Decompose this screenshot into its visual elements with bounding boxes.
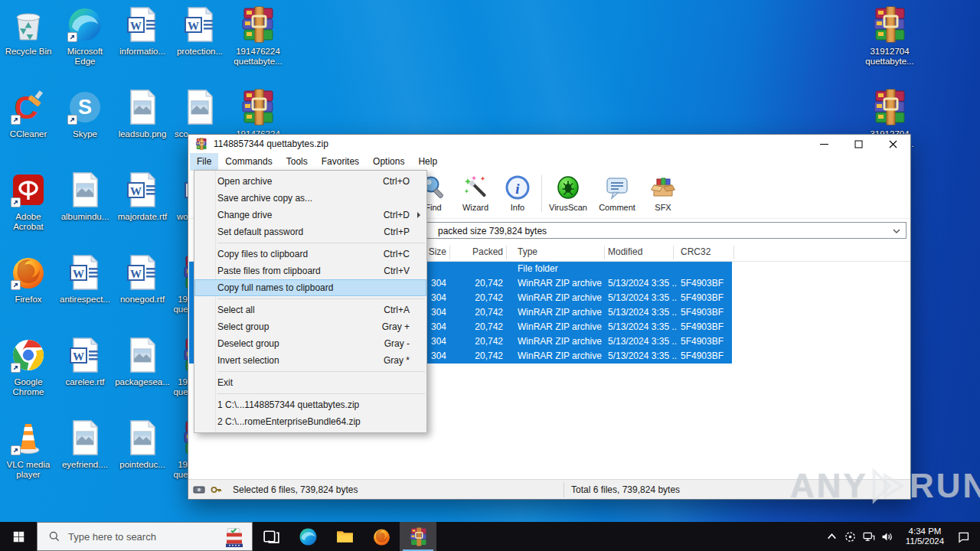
desktop-icon[interactable]: sco xyxy=(169,89,230,139)
cell-type: WinRAR ZIP archive xyxy=(518,350,602,361)
toolbar-comment-button[interactable]: Comment xyxy=(594,174,640,212)
toolbar-wizard-button[interactable]: Wizard xyxy=(452,174,498,212)
shortcut-arrow-icon xyxy=(11,363,21,373)
rar-icon xyxy=(240,6,276,43)
menu-item[interactable]: Paste files from clipboardCtrl+V xyxy=(194,262,426,279)
desktop-icon[interactable]: eyefriend.... xyxy=(54,419,116,470)
column-header-packed[interactable]: Packed xyxy=(452,246,503,257)
desktop-icon[interactable]: Firefox xyxy=(0,254,59,305)
menu-tools[interactable]: Tools xyxy=(279,153,315,171)
desktop-icon[interactable]: leadsub.png xyxy=(112,89,173,139)
menu-item[interactable]: 2 C:\...romeEnterpriseBundle64.zip xyxy=(194,413,426,430)
desktop-icon[interactable]: Recycle Bin xyxy=(0,6,59,57)
column-header-crc32[interactable]: CRC32 xyxy=(681,246,731,257)
desktop-icon[interactable]: VLC media player xyxy=(0,419,59,480)
menu-item[interactable]: 1 C:\...1148857344 quettabytes.zip xyxy=(194,396,426,413)
menu-item[interactable]: Copy full names to clipboard xyxy=(194,279,426,296)
close-button[interactable] xyxy=(876,135,910,153)
menu-item-shortcut: Gray * xyxy=(384,352,410,369)
rar-icon xyxy=(871,89,908,126)
desktop-icon[interactable]: packagesea... xyxy=(112,337,173,387)
desktop-icon[interactable]: Wnonegod.rtf xyxy=(112,254,173,305)
status-bar: Selected 6 files, 739,824 bytes Total 6 … xyxy=(188,479,910,499)
cell-mod: 5/13/2024 3:35 ... xyxy=(608,321,677,332)
shortcut-arrow-icon xyxy=(11,445,21,455)
cell-type: WinRAR ZIP archive xyxy=(518,292,602,303)
search-highlight-icon[interactable] xyxy=(223,526,246,549)
menu-item[interactable]: Select groupGray + xyxy=(194,318,426,335)
menu-item-label: 2 C:\...romeEnterpriseBundle64.zip xyxy=(217,416,361,427)
column-separator[interactable] xyxy=(604,246,605,259)
menu-item[interactable]: Deselect groupGray - xyxy=(194,335,426,352)
desktop-icon[interactable]: SSkype xyxy=(54,89,116,139)
desktop-icon[interactable]: Wmajordate.rtf xyxy=(112,171,173,222)
desktop-icon[interactable]: 31912704 quettabyte... xyxy=(859,6,920,67)
desktop-icon[interactable]: Google Chrome xyxy=(0,337,59,397)
desktop-icon[interactable]: Winformatio... xyxy=(112,6,173,57)
menu-commands[interactable]: Commands xyxy=(218,153,279,171)
column-separator[interactable] xyxy=(506,246,507,259)
shortcut-arrow-icon xyxy=(11,197,21,207)
network-icon[interactable] xyxy=(859,527,877,546)
action-center-icon[interactable] xyxy=(954,527,972,546)
desktop-icon-label: pointeduc... xyxy=(112,460,173,470)
taskbar-firefox-icon[interactable] xyxy=(363,522,400,551)
column-separator[interactable] xyxy=(733,246,734,259)
desktop-icon-label: Google Chrome xyxy=(0,377,59,397)
shortcut-arrow-icon xyxy=(67,32,77,42)
menu-favorites[interactable]: Favorites xyxy=(315,153,366,171)
desktop-icon[interactable]: 191476224 quettabyte... xyxy=(227,6,289,67)
menu-item[interactable]: Change driveCtrl+D xyxy=(194,207,426,223)
desktop-icon[interactable]: Adobe Acrobat xyxy=(0,171,59,232)
menu-item[interactable]: Invert selectionGray * xyxy=(194,352,426,369)
taskbar-file-explorer-icon[interactable] xyxy=(326,522,363,551)
taskbar-search-input[interactable]: Type here to search xyxy=(37,522,253,551)
start-button[interactable] xyxy=(0,522,37,551)
menu-item-label: Copy full names to clipboard xyxy=(217,282,333,293)
volume-icon[interactable] xyxy=(877,527,896,546)
column-header-modified[interactable]: Modified xyxy=(608,246,677,257)
desktop-icon[interactable]: Wcarelee.rtf xyxy=(54,337,116,387)
menu-item[interactable]: Save archive copy as... xyxy=(194,190,426,207)
menu-item[interactable]: Exit xyxy=(194,374,426,391)
menu-file[interactable]: File xyxy=(190,153,218,171)
maximize-button[interactable] xyxy=(841,135,876,153)
toolbar-sfx-button[interactable]: SFX xyxy=(640,174,686,212)
column-separator[interactable] xyxy=(449,246,450,259)
menu-item[interactable]: Select allCtrl+A xyxy=(194,302,426,318)
taskbar-task-view-button[interactable] xyxy=(253,522,289,551)
desktop-icon[interactable]: albumindu... xyxy=(54,171,116,222)
chevron-down-icon[interactable] xyxy=(892,227,901,236)
taskbar-clock[interactable]: 4:34 PM 11/5/2024 xyxy=(900,527,949,546)
menu-item-label: Select all xyxy=(217,305,255,315)
menu-options[interactable]: Options xyxy=(366,153,411,171)
menu-item-label: 1 C:\...1148857344 quettabytes.zip xyxy=(217,399,359,410)
column-separator[interactable] xyxy=(673,246,674,259)
system-tray: 4:34 PM 11/5/2024 xyxy=(822,522,980,551)
cell-packed: 20,742 xyxy=(452,321,503,332)
desktop-icon[interactable]: CCCleaner xyxy=(0,89,59,139)
cell-mod: 5/13/2024 3:35 ... xyxy=(608,278,677,289)
desktop-icon-label: Skype xyxy=(54,129,116,139)
skype-icon: S xyxy=(67,89,103,126)
desktop-icon[interactable]: Wprotection... xyxy=(169,6,230,57)
toolbar-virusscan-button[interactable]: VirusScan xyxy=(545,174,591,212)
desktop-icon-label: VLC media player xyxy=(0,460,59,480)
column-header-type[interactable]: Type xyxy=(518,246,602,257)
firefox-icon xyxy=(10,254,47,291)
minimize-button[interactable] xyxy=(807,135,841,153)
archive-path-text: packed size 739,824 bytes xyxy=(438,226,547,236)
desktop-icon[interactable]: Microsoft Edge xyxy=(54,6,116,67)
desktop-icon[interactable]: pointeduc... xyxy=(112,419,173,470)
tray-chevron-up-icon[interactable] xyxy=(822,527,841,546)
tray-app-icon[interactable] xyxy=(841,527,859,546)
desktop-icon[interactable]: Wantirespect... xyxy=(54,254,116,305)
menu-item-shortcut: Gray + xyxy=(382,318,410,335)
menu-item[interactable]: Copy files to clipboardCtrl+C xyxy=(194,246,426,262)
menu-help[interactable]: Help xyxy=(411,153,444,171)
taskbar-winrar-icon[interactable] xyxy=(400,522,436,551)
menu-item[interactable]: Open archiveCtrl+O xyxy=(194,173,426,190)
taskbar-edge-icon[interactable] xyxy=(289,522,326,551)
toolbar-info-button[interactable]: iInfo xyxy=(495,174,541,212)
menu-item[interactable]: Set default passwordCtrl+P xyxy=(194,223,426,240)
